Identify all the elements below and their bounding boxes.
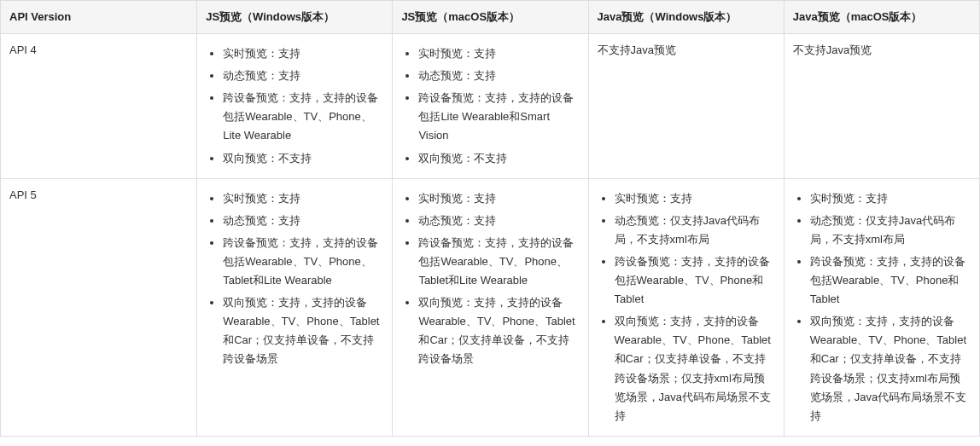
list-item: 动态预览：仅支持Java代码布局，不支持xml布局 [615, 211, 775, 249]
list-item: 跨设备预览：支持，支持的设备包括Wearable、TV、Phone和Tablet [810, 252, 971, 309]
col-header: JS预览（Windows版本） [197, 1, 393, 34]
list-item: 跨设备预览：支持，支持的设备包括Lite Wearable和Smart Visi… [418, 89, 579, 145]
api-version-cell: API 5 [1, 178, 197, 436]
compat-table-container: API Version JS预览（Windows版本） JS预览（macOS版本… [0, 0, 980, 437]
list-item: 动态预览：仅支持Java代码布局，不支持xml布局 [810, 211, 971, 249]
list-item: 跨设备预览：支持，支持的设备包括Wearable、TV、Phone、Tablet… [418, 234, 579, 290]
header-row: API Version JS预览（Windows版本） JS预览（macOS版本… [1, 1, 980, 34]
list-item: 动态预览：支持 [418, 211, 579, 230]
feature-list: 实时预览：支持动态预览：支持跨设备预览：支持，支持的设备包括Lite Weara… [401, 44, 579, 168]
feature-cell: 不支持Java预览 [588, 34, 784, 179]
list-item: 实时预览：支持 [810, 189, 971, 208]
table-row: API 5实时预览：支持动态预览：支持跨设备预览：支持，支持的设备包括Weara… [1, 178, 980, 436]
list-item: 跨设备预览：支持，支持的设备包括Wearable、TV、Phone、Lite W… [223, 89, 383, 145]
col-header: Java预览（macOS版本） [784, 1, 979, 34]
feature-cell: 不支持Java预览 [784, 34, 979, 179]
list-item: 跨设备预览：支持，支持的设备包括Wearable、TV、Phone和Tablet [615, 252, 775, 309]
list-item: 双向预览：支持，支持的设备Wearable、TV、Phone、Tablet和Ca… [418, 293, 579, 368]
feature-cell: 实时预览：支持动态预览：支持跨设备预览：支持，支持的设备包括Wearable、T… [393, 178, 588, 436]
col-header: API Version [1, 1, 197, 34]
list-item: 实时预览：支持 [418, 44, 579, 63]
list-item: 动态预览：支持 [418, 67, 579, 85]
feature-cell: 实时预览：支持动态预览：仅支持Java代码布局，不支持xml布局跨设备预览：支持… [588, 178, 784, 436]
feature-list: 实时预览：支持动态预览：支持跨设备预览：支持，支持的设备包括Wearable、T… [206, 44, 383, 168]
list-item: 双向预览：支持，支持的设备Wearable、TV、Phone、Tablet和Ca… [810, 312, 971, 426]
feature-cell: 实时预览：支持动态预览：支持跨设备预览：支持，支持的设备包括Wearable、T… [197, 34, 393, 179]
api-version-cell: API 4 [1, 34, 197, 179]
list-item: 双向预览：不支持 [418, 149, 579, 168]
feature-cell: 实时预览：支持动态预览：支持跨设备预览：支持，支持的设备包括Wearable、T… [197, 178, 393, 436]
feature-cell: 实时预览：支持动态预览：支持跨设备预览：支持，支持的设备包括Lite Weara… [393, 34, 588, 179]
compat-table: API Version JS预览（Windows版本） JS预览（macOS版本… [0, 0, 980, 437]
feature-list: 实时预览：支持动态预览：仅支持Java代码布局，不支持xml布局跨设备预览：支持… [793, 189, 971, 426]
list-item: 动态预览：支持 [223, 211, 383, 230]
list-item: 双向预览：支持，支持的设备Wearable、TV、Phone、Tablet和Ca… [223, 293, 383, 368]
list-item: 跨设备预览：支持，支持的设备包括Wearable、TV、Phone、Tablet… [223, 234, 383, 290]
feature-list: 实时预览：支持动态预览：支持跨设备预览：支持，支持的设备包括Wearable、T… [206, 189, 383, 369]
list-item: 实时预览：支持 [223, 189, 383, 208]
list-item: 动态预览：支持 [223, 67, 383, 85]
list-item: 实时预览：支持 [615, 189, 775, 208]
list-item: 双向预览：不支持 [223, 149, 383, 168]
list-item: 双向预览：支持，支持的设备Wearable、TV、Phone、Tablet和Ca… [615, 312, 775, 426]
list-item: 实时预览：支持 [223, 44, 383, 63]
table-body: API 4实时预览：支持动态预览：支持跨设备预览：支持，支持的设备包括Weara… [1, 34, 980, 437]
table-head: API Version JS预览（Windows版本） JS预览（macOS版本… [1, 1, 980, 34]
col-header: JS预览（macOS版本） [393, 1, 588, 34]
table-row: API 4实时预览：支持动态预览：支持跨设备预览：支持，支持的设备包括Weara… [1, 34, 980, 179]
list-item: 实时预览：支持 [418, 189, 579, 208]
feature-cell: 实时预览：支持动态预览：仅支持Java代码布局，不支持xml布局跨设备预览：支持… [784, 178, 979, 436]
feature-list: 实时预览：支持动态预览：仅支持Java代码布局，不支持xml布局跨设备预览：支持… [598, 189, 775, 426]
col-header: Java预览（Windows版本） [588, 1, 784, 34]
feature-list: 实时预览：支持动态预览：支持跨设备预览：支持，支持的设备包括Wearable、T… [401, 189, 579, 369]
